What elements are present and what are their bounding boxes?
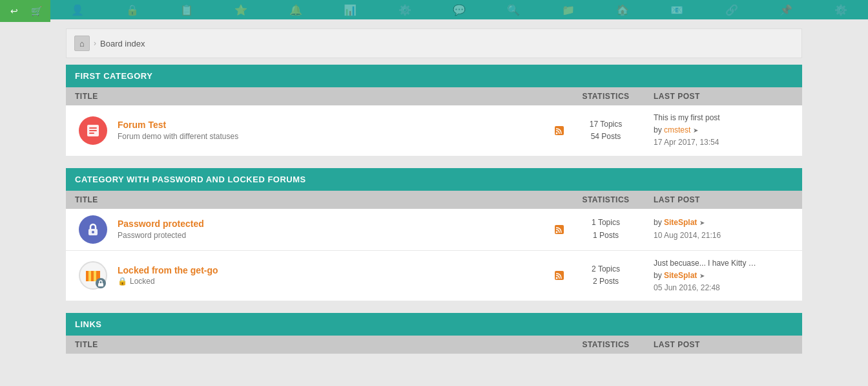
forum-table-header-first: TITLE STATISTICS LAST POST bbox=[66, 87, 802, 105]
col-stats-2: STATISTICS bbox=[567, 195, 645, 204]
forum-lastpost-password: by SiteSplat ➤ 10 Aug 2014, 21:16 bbox=[645, 217, 793, 241]
col-lastpost-3: LAST POST bbox=[645, 340, 793, 349]
forum-row-forum-test: Forum Test Forum demo with different sta… bbox=[66, 105, 802, 156]
category-first: FIRST CATEGORY TITLE STATISTICS LAST POS… bbox=[66, 65, 802, 156]
forum-rss-forum-test[interactable] bbox=[552, 126, 567, 135]
col-lastpost-2: LAST POST bbox=[645, 195, 793, 204]
forum-lastpost-locked: Just becuase... I have Kitty … by SiteSp… bbox=[645, 257, 793, 295]
breadcrumb: ⌂ › Board index bbox=[66, 28, 802, 58]
svg-point-5 bbox=[556, 132, 558, 134]
decorative-icon-3: 📋 bbox=[180, 4, 193, 16]
decorative-icon-12: 📧 bbox=[670, 4, 683, 16]
forum-stats-forum-test: 17 Topics 54 Posts bbox=[567, 118, 645, 143]
forum-rss-locked[interactable] bbox=[552, 271, 567, 280]
lastpost-title-locked: Just becuase... I have Kitty … bbox=[654, 257, 793, 270]
category-password-header: CATEGORY WITH PASSWORD AND LOCKED FORUMS bbox=[66, 168, 802, 191]
col-title-1: TITLE bbox=[75, 92, 567, 101]
lastpost-arrow-1: ➤ bbox=[693, 127, 698, 134]
forum-substatus-locked: 🔒 Locked bbox=[118, 277, 552, 286]
decorative-icon-7: ⚙️ bbox=[398, 4, 411, 16]
breadcrumb-separator: › bbox=[94, 39, 96, 48]
decorative-icon-2: 🔒 bbox=[126, 4, 139, 16]
svg-rect-11 bbox=[86, 271, 88, 281]
forum-stats-locked: 2 Topics 2 Posts bbox=[567, 263, 645, 288]
svg-point-16 bbox=[556, 277, 558, 279]
lastpost-date-forum-test: 17 Apr 2017, 13:54 bbox=[654, 136, 793, 149]
forum-desc-forum-test: Forum demo with different statuses bbox=[118, 132, 552, 141]
forum-info-col-locked: Locked from the get-go 🔒 Locked bbox=[111, 265, 552, 286]
lastpost-title-forum-test: This is my first post bbox=[654, 112, 793, 124]
col-title-3: TITLE bbox=[75, 340, 567, 349]
lastpost-author-forum-test[interactable]: cmstest bbox=[664, 125, 690, 134]
decorative-icon-8: 💬 bbox=[453, 4, 466, 16]
forum-name-forum-test[interactable]: Forum Test bbox=[118, 120, 166, 130]
lock-icon-small: 🔒 bbox=[118, 277, 127, 286]
decorative-icon-1: 👤 bbox=[71, 4, 84, 16]
decorative-icon-6: 📊 bbox=[344, 4, 356, 16]
forum-row-locked: Locked from the get-go 🔒 Locked 2 Topics… bbox=[66, 251, 802, 302]
svg-rect-3 bbox=[89, 133, 94, 134]
decorative-icon-4: ⭐ bbox=[234, 4, 247, 16]
forum-test-icon bbox=[79, 116, 107, 145]
forum-icon-col-password bbox=[75, 215, 111, 244]
password-protected-icon bbox=[79, 215, 107, 244]
forum-icon-col-forum-test bbox=[75, 116, 111, 145]
lastpost-date-password: 10 Aug 2014, 21:16 bbox=[654, 230, 793, 242]
category-password-locked: CATEGORY WITH PASSWORD AND LOCKED FORUMS… bbox=[66, 168, 802, 302]
col-title-2: TITLE bbox=[75, 195, 567, 204]
svg-point-7 bbox=[92, 231, 94, 233]
decorative-icon-13: 🔗 bbox=[725, 4, 738, 16]
forum-desc-password: Password protected bbox=[118, 231, 552, 240]
forum-name-password[interactable]: Password protected bbox=[118, 219, 204, 229]
category-first-header: FIRST CATEGORY bbox=[66, 65, 802, 87]
forum-stats-password: 1 Topics 1 Posts bbox=[567, 217, 645, 241]
lastpost-author-locked[interactable]: SiteSplat bbox=[664, 271, 697, 280]
svg-rect-2 bbox=[89, 130, 97, 131]
forum-info-col-password: Password protected Password protected bbox=[111, 219, 552, 240]
lastpost-arrow-locked: ➤ bbox=[699, 272, 705, 279]
svg-rect-14 bbox=[98, 283, 103, 286]
forum-table-header-links: TITLE STATISTICS LAST POST bbox=[66, 336, 802, 354]
forum-lastpost-forum-test: This is my first post by cmstest ➤ 17 Ap… bbox=[645, 112, 793, 149]
svg-point-9 bbox=[556, 231, 558, 233]
forum-name-locked[interactable]: Locked from the get-go bbox=[118, 265, 218, 275]
svg-rect-1 bbox=[89, 127, 97, 129]
col-stats-3: STATISTICS bbox=[567, 340, 645, 349]
forum-info-col-forum-test: Forum Test Forum demo with different sta… bbox=[111, 120, 552, 141]
lastpost-by-locked: by bbox=[654, 271, 664, 280]
back-button[interactable]: ↩ bbox=[4, 3, 25, 19]
decorative-icon-11: 🏠 bbox=[616, 4, 629, 16]
category-links-header: LINKS bbox=[66, 313, 802, 336]
lastpost-author-password[interactable]: SiteSplat bbox=[664, 218, 697, 227]
col-stats-1: STATISTICS bbox=[567, 92, 645, 101]
forum-rss-password[interactable] bbox=[552, 225, 567, 234]
lastpost-arrow-password: ➤ bbox=[699, 219, 705, 226]
col-lastpost-1: LAST POST bbox=[645, 92, 793, 101]
lastpost-by-1: by bbox=[654, 125, 664, 134]
forum-row-password-protected: Password protected Password protected 1 … bbox=[66, 209, 802, 251]
decorative-icon-5: 🔔 bbox=[289, 4, 302, 16]
decorative-icon-15: ⚙️ bbox=[834, 4, 847, 16]
decorative-icon-14: 📌 bbox=[780, 4, 792, 16]
lock-badge-locked bbox=[96, 278, 106, 288]
breadcrumb-current: Board index bbox=[100, 39, 145, 48]
cart-button[interactable]: 🛒 bbox=[26, 3, 46, 19]
decorative-icon-9: 🔍 bbox=[507, 4, 520, 16]
home-icon[interactable]: ⌂ bbox=[74, 36, 90, 51]
svg-rect-12 bbox=[91, 271, 94, 281]
category-links: LINKS TITLE STATISTICS LAST POST bbox=[66, 313, 802, 354]
lastpost-date-locked: 05 Jun 2016, 22:48 bbox=[654, 282, 793, 294]
locked-forum-icon bbox=[79, 261, 107, 290]
decorative-icon-10: 📁 bbox=[562, 4, 575, 16]
lastpost-by-password: by bbox=[654, 218, 664, 227]
forum-table-header-password: TITLE STATISTICS LAST POST bbox=[66, 191, 802, 209]
forum-icon-col-locked bbox=[75, 261, 111, 290]
